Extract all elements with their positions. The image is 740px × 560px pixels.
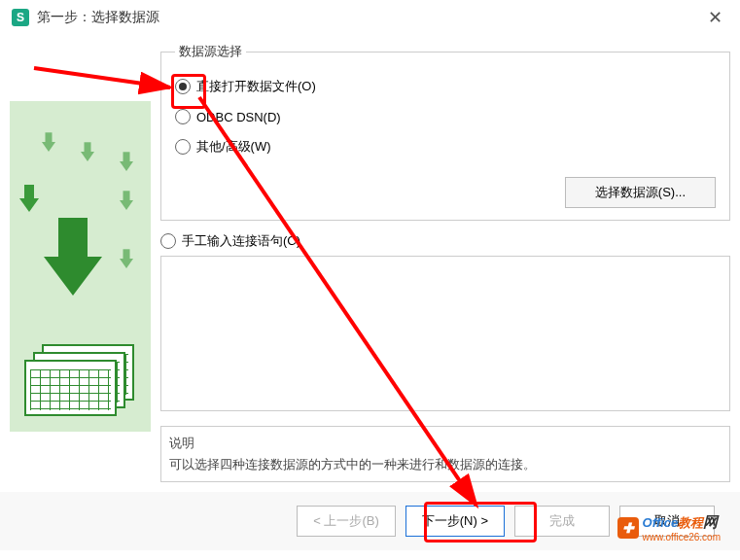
titlebar: S 第一步：选择数据源 ✕ — [0, 0, 740, 35]
select-data-source-button[interactable]: 选择数据源(S)... — [565, 177, 716, 208]
description-text: 可以选择四种连接数据源的方式中的一种来进行和数据源的连接。 — [169, 456, 722, 473]
watermark: ✚ Office教程网 www.office26.com — [617, 513, 721, 542]
group-legend: 数据源选择 — [175, 43, 246, 60]
prev-button: < 上一步(B) — [297, 506, 396, 537]
finish-button: 完成 — [514, 506, 610, 537]
radio-label: 手工输入连接语句(C) — [182, 232, 300, 250]
radio-icon — [175, 109, 191, 124]
wizard-illustration — [10, 101, 151, 432]
watermark-text: Office教程网 www.office26.com — [643, 513, 721, 542]
description-title: 说明 — [169, 435, 722, 452]
description-box: 说明 可以选择四种连接数据源的方式中的一种来进行和数据源的连接。 — [160, 426, 730, 482]
window-title: 第一步：选择数据源 — [37, 9, 159, 26]
radio-label: ODBC DSN(D) — [196, 110, 281, 124]
radio-label: 直接打开数据文件(O) — [196, 78, 316, 95]
radio-odbc-dsn[interactable]: ODBC DSN(D) — [175, 109, 716, 124]
radio-icon — [175, 139, 191, 155]
radio-icon — [175, 79, 191, 94]
next-button[interactable]: 下一步(N) > — [405, 506, 505, 537]
watermark-icon: ✚ — [617, 517, 639, 539]
close-icon[interactable]: ✕ — [702, 7, 728, 28]
radio-open-file[interactable]: 直接打开数据文件(O) — [175, 78, 716, 95]
radio-manual-input[interactable]: 手工输入连接语句(C) — [160, 232, 730, 250]
radio-label: 其他/高级(W) — [196, 138, 271, 156]
data-source-group: 数据源选择 直接打开数据文件(O) ODBC DSN(D) 其他/高级(W) 选… — [160, 43, 730, 221]
radio-icon — [160, 233, 176, 249]
radio-other-advanced[interactable]: 其他/高级(W) — [175, 138, 716, 156]
connection-string-input[interactable] — [160, 256, 730, 411]
app-icon: S — [12, 9, 29, 26]
